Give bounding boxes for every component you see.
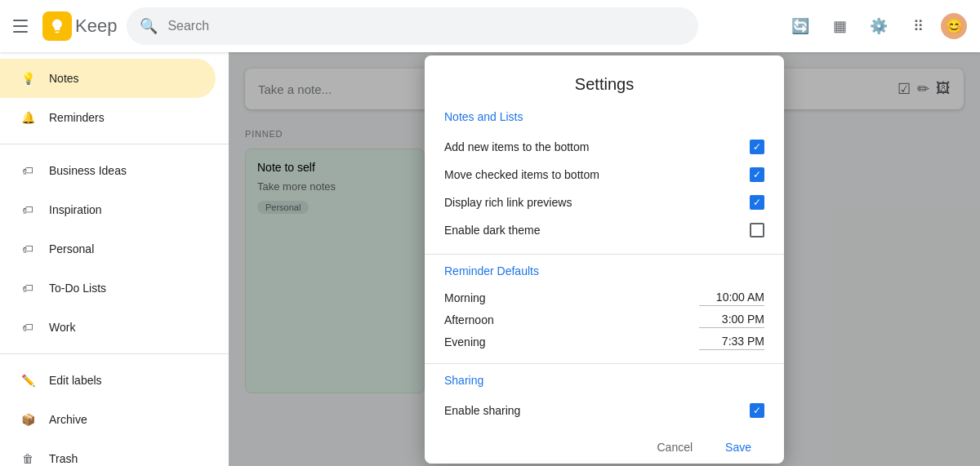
overlay[interactable]: Settings Notes and Lists Add new items t… bbox=[229, 52, 980, 466]
sidebar-item-reminders-label: Reminders bbox=[49, 111, 105, 124]
sidebar-item-inspiration-label: Inspiration bbox=[49, 203, 102, 216]
search-input[interactable] bbox=[167, 19, 685, 33]
settings-row-dark-theme: Enable dark theme bbox=[425, 216, 784, 244]
label-icon-2: 🏷 bbox=[20, 202, 36, 218]
label-icon-4: 🏷 bbox=[20, 280, 36, 296]
sidebar-item-notes[interactable]: 💡 Notes bbox=[0, 59, 216, 98]
morning-label: Morning bbox=[444, 291, 486, 304]
sidebar-item-work-label: Work bbox=[49, 321, 75, 334]
menu-icon[interactable] bbox=[13, 16, 33, 36]
afternoon-label: Afternoon bbox=[444, 313, 494, 326]
move-checked-label: Move checked items to bottom bbox=[444, 168, 599, 181]
bulb-icon: 💡 bbox=[20, 70, 36, 87]
sidebar-item-archive-label: Archive bbox=[49, 413, 87, 426]
settings-dialog: Settings Notes and Lists Add new items t… bbox=[425, 55, 784, 464]
enable-sharing-checkbox[interactable] bbox=[750, 403, 764, 418]
sidebar-item-archive[interactable]: 📦 Archive bbox=[0, 400, 216, 439]
notes-lists-section-title: Notes and Lists bbox=[425, 110, 784, 123]
settings-row-enable-sharing: Enable sharing bbox=[425, 397, 784, 424]
display-rich-label: Display rich link previews bbox=[444, 196, 572, 209]
settings-row-move-checked: Move checked items to bottom bbox=[425, 161, 784, 189]
apps-button[interactable]: ⠿ bbox=[902, 10, 934, 42]
settings-divider-1 bbox=[425, 254, 784, 255]
evening-value[interactable]: 7:33 PM bbox=[699, 335, 764, 350]
search-bar[interactable]: 🔍 bbox=[127, 7, 698, 45]
refresh-button[interactable]: 🔄 bbox=[784, 10, 817, 42]
logo-text: Keep bbox=[75, 16, 117, 37]
sharing-section-title: Sharing bbox=[425, 374, 784, 387]
main-content: Take a note... ☑ ✏ 🖼 PINNED Note to self… bbox=[229, 52, 980, 466]
sidebar-item-notes-label: Notes bbox=[49, 72, 79, 85]
afternoon-value[interactable]: 3:00 PM bbox=[699, 313, 764, 328]
logo-icon bbox=[42, 11, 72, 41]
settings-divider-2 bbox=[425, 363, 784, 364]
morning-time-row: Morning 10:00 AM bbox=[425, 287, 784, 309]
evening-time-row: Evening 7:33 PM bbox=[425, 331, 784, 353]
layout: 💡 Notes 🔔 Reminders 🏷 Business Ideas 🏷 I… bbox=[0, 52, 980, 466]
sidebar-divider-1 bbox=[0, 144, 229, 144]
settings-row-display-rich: Display rich link previews bbox=[425, 189, 784, 216]
display-rich-checkbox[interactable] bbox=[750, 195, 764, 210]
add-new-items-label: Add new items to the bottom bbox=[444, 140, 589, 153]
sidebar-item-todo-lists-label: To-Do Lists bbox=[49, 282, 106, 295]
label-icon-5: 🏷 bbox=[20, 319, 36, 335]
sidebar-item-personal[interactable]: 🏷 Personal bbox=[0, 229, 216, 269]
sidebar-item-trash-label: Trash bbox=[49, 452, 78, 465]
cancel-button[interactable]: Cancel bbox=[644, 434, 706, 460]
logo: Keep bbox=[42, 11, 117, 41]
sidebar-item-edit-labels[interactable]: ✏️ Edit labels bbox=[0, 361, 216, 400]
topbar-left: Keep bbox=[13, 11, 117, 41]
topbar: Keep 🔍 🔄 ▦ ⚙️ ⠿ 😊 bbox=[0, 0, 980, 52]
morning-value[interactable]: 10:00 AM bbox=[699, 291, 764, 306]
sidebar-item-todo-lists[interactable]: 🏷 To-Do Lists bbox=[0, 269, 216, 308]
pencil-icon: ✏️ bbox=[20, 372, 36, 388]
add-new-items-checkbox[interactable] bbox=[750, 140, 764, 154]
enable-sharing-label: Enable sharing bbox=[444, 404, 520, 417]
settings-button[interactable]: ⚙️ bbox=[862, 10, 895, 42]
sidebar-item-inspiration[interactable]: 🏷 Inspiration bbox=[0, 190, 216, 229]
sidebar-item-trash[interactable]: 🗑 Trash bbox=[0, 439, 216, 466]
dark-theme-checkbox[interactable] bbox=[750, 223, 764, 237]
settings-footer: Cancel Save bbox=[425, 424, 784, 460]
settings-title: Settings bbox=[425, 75, 784, 94]
move-checked-checkbox[interactable] bbox=[750, 167, 764, 182]
sidebar-item-business-ideas-label: Business Ideas bbox=[49, 164, 127, 177]
label-icon-3: 🏷 bbox=[20, 241, 36, 257]
evening-label: Evening bbox=[444, 335, 486, 348]
avatar[interactable]: 😊 bbox=[941, 13, 967, 39]
topbar-right: 🔄 ▦ ⚙️ ⠿ 😊 bbox=[784, 10, 967, 42]
save-button[interactable]: Save bbox=[712, 434, 764, 460]
afternoon-time-row: Afternoon 3:00 PM bbox=[425, 309, 784, 331]
sidebar-item-business-ideas[interactable]: 🏷 Business Ideas bbox=[0, 151, 216, 190]
settings-row-add-new-items: Add new items to the bottom bbox=[425, 133, 784, 161]
sidebar-item-personal-label: Personal bbox=[49, 242, 94, 255]
sidebar: 💡 Notes 🔔 Reminders 🏷 Business Ideas 🏷 I… bbox=[0, 52, 229, 466]
archive-icon: 📦 bbox=[20, 411, 36, 428]
sidebar-item-reminders[interactable]: 🔔 Reminders bbox=[0, 98, 216, 137]
label-icon-1: 🏷 bbox=[20, 162, 36, 179]
trash-icon: 🗑 bbox=[20, 450, 36, 466]
dark-theme-label: Enable dark theme bbox=[444, 224, 541, 237]
search-icon: 🔍 bbox=[140, 17, 158, 35]
sidebar-divider-2 bbox=[0, 353, 229, 354]
reminder-defaults-section-title: Reminder Defaults bbox=[425, 264, 784, 277]
view-toggle-button[interactable]: ▦ bbox=[823, 10, 856, 42]
bell-icon: 🔔 bbox=[20, 109, 36, 126]
sidebar-item-edit-labels-label: Edit labels bbox=[49, 374, 102, 387]
sidebar-item-work[interactable]: 🏷 Work bbox=[0, 308, 216, 347]
